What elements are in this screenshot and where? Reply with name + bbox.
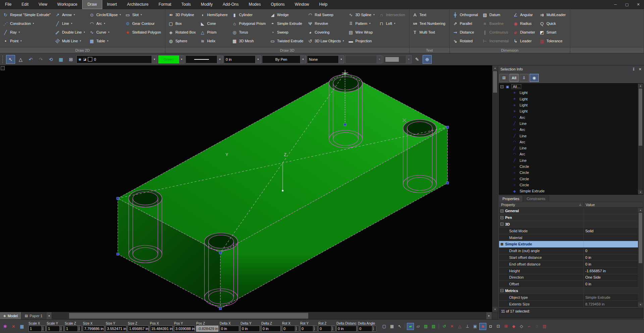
property-row-height[interactable]: Height-1.656857 in (499, 268, 638, 274)
tree-item-arc[interactable]: ◠Arc (499, 114, 638, 120)
property-value[interactable]: 0 in (583, 281, 638, 287)
ribbon-item-repeat-simple-extrude[interactable]: ↻Repeat "Simple Extrude" (3, 10, 51, 19)
line-style-arrow[interactable]: ▼ (217, 55, 223, 63)
ribbon-item-ray[interactable]: ╱Ray▾ (3, 28, 51, 37)
ribbon-item-datum[interactable]: ▧Datum (482, 10, 508, 19)
menu-item-modify[interactable]: Modify (196, 0, 218, 9)
property-value[interactable]: One Side (583, 274, 638, 281)
property-value[interactable]: Simple Extrude (583, 294, 638, 300)
node-edit-button[interactable]: △ (16, 55, 25, 64)
ribbon-item-multi-line[interactable]: ☰Multi Line▾ (55, 37, 85, 45)
tree-item-light[interactable]: ☀Light (499, 96, 638, 102)
property-category-general[interactable]: +General (499, 208, 638, 215)
snap-none-icon[interactable]: ↺ (441, 323, 448, 330)
ribbon-item-3d-law-objects[interactable]: ↺3D Law Objects▾ (307, 37, 344, 45)
ribbon-item-polygonal-prism[interactable]: ⌂Polygonal Prism (232, 19, 266, 28)
pen-width-combo[interactable]: 0 in (224, 55, 256, 63)
ribbon-item-text-numbering[interactable]: 123Text Numbering (412, 19, 445, 28)
field-spinner[interactable]: ▴▾ (313, 326, 316, 331)
ribbon-item-text[interactable]: AText (412, 10, 445, 19)
selector-grid-icon[interactable]: ▦ (18, 323, 26, 330)
close-icon[interactable]: ✕ (639, 67, 642, 72)
field-delta-angle-value[interactable]: 0▴▾ (358, 326, 376, 332)
ribbon-item-3d-polyline[interactable]: 3D3D Polyline (168, 10, 196, 19)
hatch-arrow[interactable]: ▼ (339, 55, 344, 63)
horizontal-scrollbar[interactable] (52, 312, 486, 319)
tree-item-line[interactable]: ╱Line (499, 145, 638, 151)
ribbon-item-3d-mesh[interactable]: ▦3D Mesh (232, 37, 266, 45)
ribbon-item-wedge[interactable]: ◢Wedge (270, 10, 303, 19)
ribbon-item-3d-spline[interactable]: ∿3D Spline▾ (348, 10, 375, 19)
property-value[interactable]: 0 (583, 248, 638, 254)
vertical-scroll-thumb[interactable] (493, 71, 497, 93)
property-category-3d[interactable]: −3D (499, 221, 638, 228)
color-button[interactable]: Green (158, 55, 179, 63)
vertical-scrollbar[interactable]: ▴ ▾ (492, 65, 498, 312)
snap-midpoint-icon[interactable]: △ (456, 323, 463, 330)
snap-cursor-icon[interactable]: ↖ (396, 323, 403, 330)
color-combo-arrow[interactable]: ▼ (179, 55, 184, 63)
ribbon-item-arrow[interactable]: ↗Arrow▾ (55, 10, 85, 19)
snap-3d-box-icon[interactable]: ▢ (381, 323, 388, 330)
menu-item-format[interactable]: Format (154, 0, 176, 9)
snap-intersection-icon[interactable]: ◙ (479, 323, 486, 330)
ribbon-item-simple-extrude[interactable]: ◓Simple Extrude (270, 19, 303, 28)
ribbon-item-stellated-polygon[interactable]: ★Stellated Polygon (125, 28, 161, 37)
property-category-simple-extrude[interactable]: −Simple Extrude (499, 241, 638, 248)
filter-button[interactable]: ⇩ (520, 74, 529, 82)
tree-scrollbar[interactable]: ▴▾ (638, 84, 643, 194)
tree-item-simple-extrude[interactable]: ◆Simple Extrude (499, 188, 638, 194)
snap-tangent-icon[interactable]: ◇ (518, 323, 525, 330)
property-row-offset[interactable]: Offset0 in (499, 281, 638, 288)
ribbon-item-smart[interactable]: ◩Smart (539, 28, 566, 37)
ribbon-item-parallel[interactable]: ⇗Parallel (452, 19, 478, 28)
select-all-button[interactable]: All (509, 74, 519, 82)
menu-item-draw[interactable]: Draw (83, 0, 102, 9)
field-scale-x-value[interactable]: 1▴▾ (29, 326, 45, 332)
field-spinner[interactable]: ▴▾ (331, 326, 334, 331)
property-row-material[interactable]: Material (499, 234, 638, 241)
tree-item-circle[interactable]: ○Circle (499, 163, 638, 170)
ribbon-item-quick[interactable]: QQuick (539, 19, 566, 28)
ribbon-item-line[interactable]: ╱Line▾ (55, 19, 85, 28)
field-spinner[interactable]: ▴▾ (59, 326, 62, 331)
grid-toggle-button[interactable]: ▦ (56, 55, 65, 64)
ribbon-item-rotated[interactable]: ⇘Rotated (452, 37, 478, 45)
ribbon-item-sphere[interactable]: ◍Sphere (168, 37, 196, 45)
hatch-combo[interactable]: None (307, 55, 339, 63)
snap-polar-icon[interactable]: ◆ (510, 323, 517, 330)
grid-scrollbar[interactable]: ▴▾ (638, 208, 643, 307)
ribbon-item-rotated-box[interactable]: ◈Rotated Box (168, 28, 196, 37)
field-size-z-value[interactable]: 1.656857 in (128, 326, 149, 332)
ribbon-item-covering[interactable]: ◕Covering (307, 28, 344, 37)
tree-item-circle[interactable]: ○Circle (499, 170, 638, 176)
snap-center-icon[interactable]: ⊥ (464, 323, 471, 330)
tab-constraints[interactable]: Constraints (523, 195, 549, 202)
pen-width-arrow[interactable]: ▼ (256, 55, 261, 63)
property-value[interactable]: 0 in (583, 261, 638, 267)
snap-quadrant-icon[interactable]: ▣ (472, 323, 479, 330)
collapse-icon[interactable]: − (500, 243, 503, 246)
pen-mode-combo[interactable]: By Pen (262, 55, 301, 63)
ribbon-item-pattern[interactable]: ⠿Pattern▾ (348, 19, 375, 28)
delete-icon[interactable]: ✕ (10, 323, 17, 330)
ribbon-item-prism[interactable]: △Prism (200, 28, 227, 37)
ribbon-item-helix[interactable]: ≋Helix (200, 37, 227, 45)
tree-root-all[interactable]: −▣All... (499, 84, 638, 90)
menu-item-help[interactable]: Help (314, 0, 333, 9)
menu-item-modes[interactable]: Modes (244, 0, 266, 9)
menu-item-view[interactable]: View (34, 0, 52, 9)
field-spinner[interactable]: ▴▾ (41, 326, 44, 331)
property-row-draft-in-out-angle[interactable]: Draft in (out) angle0 (499, 248, 638, 254)
field-delta-x-value[interactable]: 0 in (220, 326, 239, 332)
tree-item-line[interactable]: ╱Line (499, 121, 638, 127)
ribbon-item-orthogonal[interactable]: ╋Orthogonal (452, 10, 478, 19)
ribbon-item-double-line[interactable]: ∥Double Line▾ (55, 28, 85, 37)
sheets-button[interactable]: ⊞ (66, 55, 75, 64)
field-size-y-value[interactable]: 3.552471 in (106, 326, 126, 332)
property-row-object-type[interactable]: Object typeSimple Extrude (499, 294, 638, 301)
field-spinner[interactable]: ▴▾ (372, 326, 375, 331)
mode-edge-select-icon[interactable]: ▧ (430, 323, 437, 330)
ribbon-item-box[interactable]: ▢Box (168, 19, 196, 28)
horizontal-scroll-thumb[interactable] (69, 313, 308, 319)
